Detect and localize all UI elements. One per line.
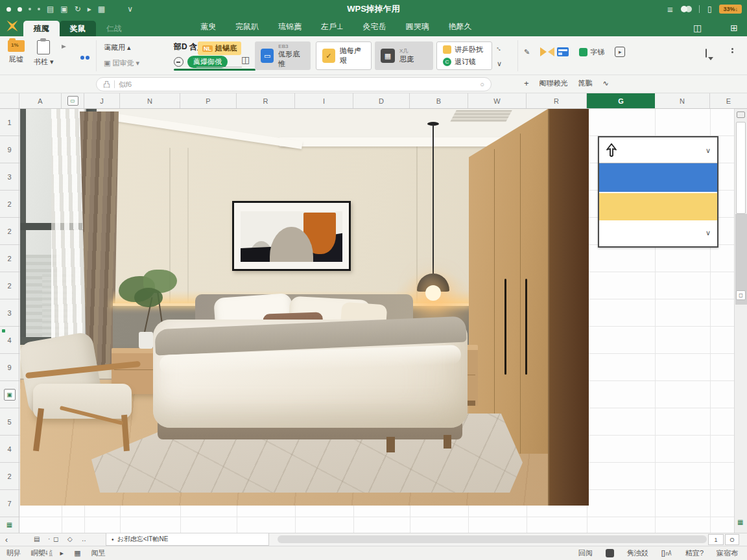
menu-item[interactable]: 完鼠趴 <box>235 21 259 32</box>
menu-item[interactable]: 琉锦薦 <box>278 21 302 32</box>
tab-scroll-left-icon[interactable]: ‹ <box>5 535 8 544</box>
window-dot-icon[interactable] <box>38 8 40 10</box>
view-normal-button[interactable]: 回阅 <box>578 548 593 558</box>
save-icon[interactable]: ▤ <box>47 5 54 14</box>
ai-yellow-button[interactable]: NL姐锡底 <box>198 41 241 55</box>
row-header[interactable]: 3 <box>0 163 19 191</box>
more-options-icon[interactable] <box>731 48 733 53</box>
paste-button[interactable]: 屁墟 <box>9 54 23 64</box>
vip-badge[interactable]: 33%↓ <box>719 5 742 14</box>
row-header[interactable]: 3 <box>0 299 19 327</box>
wps-logo-icon[interactable] <box>5 19 19 34</box>
select-all-corner[interactable] <box>0 93 19 108</box>
row-header[interactable]: 2 <box>0 272 19 299</box>
view-layout-button[interactable]: 隽浊㸚 <box>627 548 648 558</box>
apps-grid-icon[interactable]: ⊞ <box>730 23 738 33</box>
panel-icon[interactable]: ◫ <box>693 23 702 33</box>
share-icon[interactable]: ▯ <box>707 5 712 14</box>
wave-icon[interactable]: ∿ <box>603 79 609 88</box>
macro-icon[interactable]: ▸ <box>615 47 625 57</box>
clipboard-icon[interactable] <box>37 40 50 54</box>
cursor-pen-icon[interactable]: ✎ <box>524 48 530 56</box>
column-header[interactable]: P <box>180 93 237 108</box>
add-sheet-icon[interactable]: ◻ <box>53 535 58 542</box>
undo-icon[interactable]: ↻ <box>75 5 81 14</box>
menu-item[interactable]: 艳犛久 <box>448 21 471 32</box>
widget-dropdown-bottom[interactable]: ∨ <box>599 220 717 244</box>
chat-bubbles-icon[interactable] <box>681 6 691 12</box>
tab-insert[interactable]: 奖鼠 <box>60 21 96 36</box>
status-item[interactable]: 闻㫔 <box>91 548 106 558</box>
window-dot-icon[interactable] <box>6 7 11 12</box>
column-header[interactable]: E <box>710 93 747 108</box>
column-header[interactable]: W <box>468 93 527 108</box>
dropdown-widget[interactable]: ∨ ∨ <box>598 136 718 248</box>
embedded-photo-bedroom[interactable] <box>20 109 589 506</box>
row-header[interactable]: 5 <box>0 408 19 436</box>
ribbon-card-comments[interactable]: 讲乒卧扰 C退订镜 <box>436 41 492 70</box>
column-header[interactable]: N <box>655 93 710 108</box>
menu-item[interactable]: 左戶⊥ <box>321 21 343 32</box>
widget-swatch-blue[interactable] <box>599 163 717 192</box>
view-break-button[interactable]: []㎁ <box>661 548 672 558</box>
zoom-value[interactable]: 寐宿布 <box>717 548 738 558</box>
widget-dropdown-top[interactable]: ∨ <box>599 137 717 163</box>
column-header[interactable]: R <box>237 93 295 108</box>
font-name-select[interactable]: 霭藏用 ▴ <box>104 43 131 52</box>
row-header[interactable]: 2 <box>0 463 19 490</box>
column-header[interactable]: N <box>120 93 180 108</box>
window-icon[interactable] <box>557 47 569 56</box>
scroll-top-icon[interactable] <box>737 111 745 118</box>
row-header-anchor[interactable]: ▣ <box>0 381 19 408</box>
ribbon-card-shape[interactable]: ▭ EB3侃形底惟 <box>255 41 311 70</box>
scroll-button[interactable]: ◻ <box>736 290 746 300</box>
shape-diamond-icon[interactable]: ◇ <box>67 535 73 542</box>
column-header[interactable]: I <box>295 93 353 108</box>
scrollbar-thumb[interactable] <box>736 122 746 214</box>
font-size-select[interactable]: ▣ 囯审觉 ▾ <box>104 58 139 68</box>
row-header-marked[interactable]: 4 <box>0 327 19 354</box>
tab-faint[interactable]: 仁战 <box>96 21 132 36</box>
row-header[interactable]: 2 <box>0 218 19 245</box>
status-item[interactable]: 眀舁 <box>6 548 21 558</box>
menu-item[interactable]: 圓哭璃 <box>405 21 429 32</box>
freeze-button[interactable]: 字锑 <box>579 47 604 57</box>
row-header[interactable]: 4 <box>0 436 19 463</box>
column-header-anchor[interactable]: ▭ <box>62 93 84 108</box>
redo-icon[interactable]: ▸ <box>88 5 91 14</box>
view-dark-icon[interactable] <box>606 549 614 557</box>
row-header[interactable]: 1 <box>0 109 19 136</box>
collapse-ribbon-icon[interactable]: ∨ <box>497 60 502 68</box>
expand-icon[interactable]: ↔ <box>494 43 504 53</box>
window-dot-icon[interactable] <box>18 7 22 12</box>
column-header[interactable]: R <box>527 93 587 108</box>
formula-bar[interactable]: 凸 似f6 ○ <box>96 77 492 91</box>
horizontal-scrollbar[interactable] <box>278 535 707 543</box>
status-item[interactable]: 眮㮾㍜ <box>31 548 50 558</box>
sheet-tab[interactable]: • お邪虑忘<IT帕NE <box>106 533 269 546</box>
toolbar-label-2[interactable]: 箆鵬 <box>578 78 593 88</box>
zoom-label[interactable]: 精宜? <box>685 548 704 558</box>
window-dot-icon[interactable] <box>29 8 31 10</box>
add-icon[interactable]: + <box>524 78 529 88</box>
chat-icon[interactable] <box>706 49 707 57</box>
ai-clock-icon[interactable] <box>174 57 184 67</box>
chevron-down-icon[interactable]: ∨ <box>127 5 133 14</box>
bowtie-icon[interactable] <box>540 47 547 56</box>
scroll-corner-grid-icon[interactable]: ▦ <box>737 519 743 526</box>
grid-icon[interactable]: ▦ <box>98 5 105 14</box>
column-header[interactable]: B <box>410 93 468 108</box>
row-header[interactable]: 2 <box>0 191 19 218</box>
row-header[interactable]: 7 <box>0 490 19 517</box>
bucket-icon[interactable]: ◫ <box>241 54 250 65</box>
page-box[interactable]: 1 <box>708 534 724 545</box>
sheet-list-icon[interactable]: ▤ <box>34 535 40 542</box>
toolbar-label-1[interactable]: 阉聯赖光 <box>540 78 568 88</box>
clipboard-button[interactable]: 书栍 ▾ <box>34 57 54 67</box>
column-header[interactable]: J <box>84 93 120 108</box>
vertical-scrollbar[interactable]: ◻ ▦ <box>734 109 747 533</box>
zoom-box[interactable]: O <box>725 534 739 545</box>
column-header[interactable]: A <box>19 93 62 108</box>
play-icon[interactable]: ▸ <box>60 549 64 557</box>
paste-icon[interactable] <box>8 40 25 52</box>
